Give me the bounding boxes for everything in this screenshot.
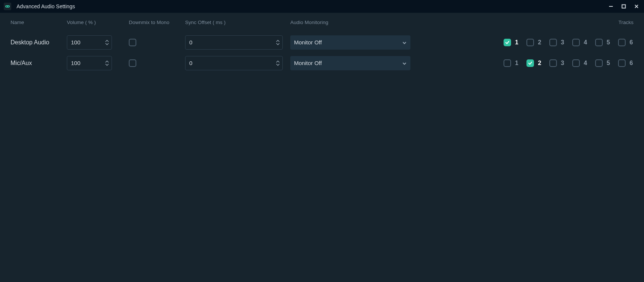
- chevron-down-icon: [402, 60, 407, 66]
- svg-rect-4: [622, 5, 626, 8]
- track-4-label: 4: [583, 60, 588, 67]
- track-4-item: 4: [572, 39, 588, 46]
- track-5-checkbox[interactable]: [595, 39, 603, 46]
- sync-offset-cell: 0: [185, 53, 290, 73]
- tracks-cell: 123456: [418, 32, 633, 53]
- audio-monitoring-value: Monitor Off: [294, 60, 402, 66]
- sync-offset-value[interactable]: 0: [186, 60, 273, 66]
- track-1-label: 1: [514, 60, 519, 67]
- header-audio-monitoring: Audio Monitoring: [290, 20, 418, 32]
- volume-value[interactable]: 100: [67, 60, 103, 66]
- audio-monitoring-value: Monitor Off: [294, 39, 402, 45]
- content-area: Name Volume ( % ) Downmix to Mono Sync O…: [0, 13, 644, 282]
- volume-value[interactable]: 100: [67, 39, 103, 45]
- minimize-button[interactable]: [606, 1, 616, 12]
- track-3-item: 3: [549, 59, 565, 67]
- downmix-to-mono-checkbox[interactable]: [129, 59, 136, 67]
- track-1-checkbox[interactable]: [504, 39, 511, 46]
- sync-offset-cell: 0: [185, 32, 290, 53]
- audio-sources-table: Name Volume ( % ) Downmix to Mono Sync O…: [11, 20, 633, 73]
- track-4-checkbox[interactable]: [572, 59, 580, 67]
- downmix-cell: [129, 32, 185, 53]
- header-name: Name: [11, 20, 67, 32]
- track-5-item: 5: [595, 39, 611, 46]
- window-title: Advanced Audio Settings: [17, 3, 75, 9]
- volume-cell: 100: [67, 53, 129, 73]
- close-button[interactable]: [631, 1, 642, 12]
- track-1-item: 1: [504, 39, 519, 46]
- header-sync-offset: Sync Offset ( ms ): [185, 20, 290, 32]
- track-2-label: 2: [537, 60, 542, 67]
- track-4-label: 4: [583, 39, 588, 46]
- maximize-button[interactable]: [618, 1, 629, 12]
- track-3-label: 3: [560, 60, 565, 67]
- titlebar: Advanced Audio Settings: [0, 0, 644, 13]
- track-5-checkbox[interactable]: [595, 59, 603, 67]
- sync-offset-input[interactable]: 0: [185, 35, 283, 50]
- chevron-down-icon: [402, 39, 407, 45]
- audio-monitoring-select[interactable]: Monitor Off: [290, 35, 410, 50]
- track-3-label: 3: [560, 39, 565, 46]
- audio-monitoring-cell: Monitor Off: [290, 32, 418, 53]
- tracks-cell: 123456: [418, 53, 633, 73]
- track-2-item: 2: [526, 59, 542, 67]
- audio-monitoring-select[interactable]: Monitor Off: [290, 56, 410, 70]
- svg-point-2: [8, 6, 9, 7]
- svg-point-1: [6, 6, 7, 7]
- spinbox-stepper[interactable]: [103, 40, 112, 45]
- track-3-item: 3: [549, 39, 565, 46]
- audio-monitoring-cell: Monitor Off: [290, 53, 418, 73]
- track-4-item: 4: [572, 59, 588, 67]
- track-5-item: 5: [595, 59, 611, 67]
- header-tracks: Tracks: [418, 20, 633, 32]
- spinbox-stepper[interactable]: [103, 61, 112, 66]
- track-6-checkbox[interactable]: [618, 39, 626, 46]
- track-1-checkbox[interactable]: [504, 59, 511, 67]
- track-6-item: 6: [618, 59, 633, 67]
- spinbox-stepper[interactable]: [273, 40, 282, 45]
- track-5-label: 5: [606, 39, 611, 46]
- volume-cell: 100: [67, 32, 129, 53]
- svg-rect-0: [5, 5, 10, 8]
- track-1-label: 1: [514, 39, 519, 46]
- sync-offset-input[interactable]: 0: [185, 56, 283, 70]
- track-2-label: 2: [537, 39, 542, 46]
- track-2-checkbox[interactable]: [526, 59, 534, 67]
- source-name: Desktop Audio: [11, 32, 67, 53]
- header-volume: Volume ( % ): [67, 20, 129, 32]
- track-3-checkbox[interactable]: [549, 39, 557, 46]
- track-4-checkbox[interactable]: [572, 39, 580, 46]
- downmix-cell: [129, 53, 185, 73]
- sync-offset-value[interactable]: 0: [186, 39, 273, 45]
- track-5-label: 5: [606, 60, 611, 67]
- track-6-label: 6: [629, 60, 633, 67]
- header-downmix: Downmix to Mono: [129, 20, 185, 32]
- track-1-item: 1: [504, 59, 519, 67]
- spinbox-stepper[interactable]: [273, 61, 282, 66]
- app-icon: [4, 3, 11, 10]
- track-6-item: 6: [618, 39, 633, 46]
- volume-input[interactable]: 100: [67, 56, 112, 70]
- downmix-to-mono-checkbox[interactable]: [129, 39, 136, 46]
- track-6-label: 6: [629, 39, 633, 46]
- track-6-checkbox[interactable]: [618, 59, 626, 67]
- track-2-item: 2: [526, 39, 542, 46]
- track-3-checkbox[interactable]: [549, 59, 557, 67]
- track-2-checkbox[interactable]: [526, 39, 534, 46]
- source-name: Mic/Aux: [11, 53, 67, 73]
- volume-input[interactable]: 100: [67, 35, 112, 50]
